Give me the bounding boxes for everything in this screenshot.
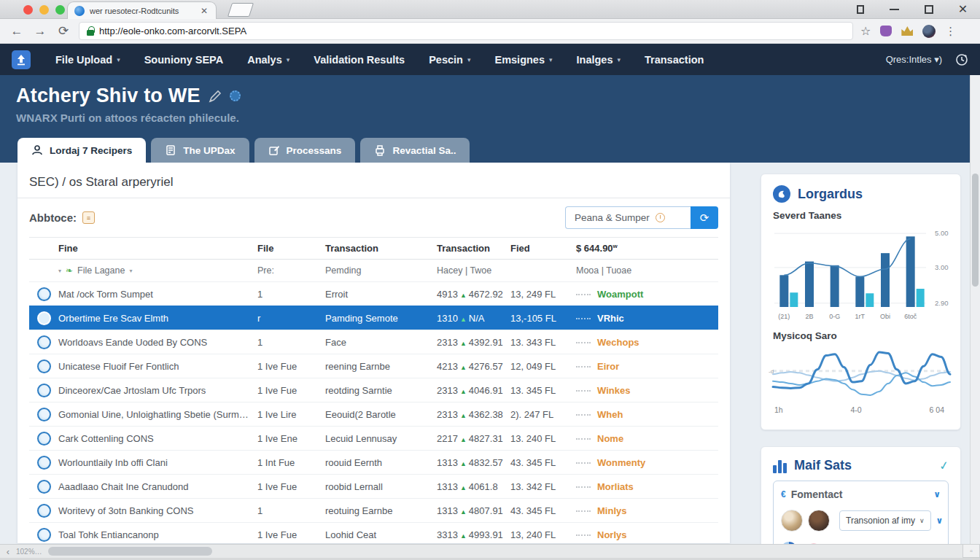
window-restore-button[interactable] [843, 0, 877, 19]
table-row[interactable]: Unicatese Fluoif Fer Fontlich1 Ive Fuere… [29, 354, 718, 378]
tab-label: Lordaj 7 Recipers [50, 145, 132, 156]
extension-icon[interactable] [880, 26, 892, 36]
up-arrow-icon: ▲ [458, 460, 469, 467]
tab-processans[interactable]: Processans [254, 138, 356, 163]
row-status-icon [29, 408, 58, 421]
browser-menu-icon[interactable]: ⋮ [945, 25, 956, 38]
vertical-scroll-thumb[interactable] [972, 174, 979, 287]
window-maximize-button[interactable] [911, 0, 946, 19]
up-arrow-icon: ▲ [458, 364, 469, 371]
page-tabs: Lordaj 7 RecipersThe UPDaxProcessansReva… [18, 138, 470, 163]
svg-text:0-G: 0-G [829, 313, 840, 320]
zoom-level-label: 102%… [16, 548, 48, 556]
cell-file: 1 Ive Fue [257, 361, 325, 372]
up-arrow-icon: ▲ [458, 412, 469, 419]
forward-button[interactable]: → [32, 24, 48, 39]
chevron-down-icon[interactable]: ∨ [933, 489, 941, 499]
fomentact-label: Fomentact [791, 489, 843, 500]
line-chart-xlabels: 1h 4-0 6 04 [761, 404, 960, 414]
note-doc-icon[interactable]: ≡ [82, 211, 95, 224]
dash-line [576, 342, 591, 343]
cell-name: Woritevy of 3otn Banking CONS [58, 505, 257, 516]
app-logo[interactable] [12, 50, 31, 69]
traffic-zoom-icon[interactable] [55, 5, 65, 15]
cell-name: Aaadlaao Chait Ine Cranudond [58, 481, 257, 492]
column-header: $ 644.90w [576, 243, 718, 254]
window-close-button[interactable]: ✕ [946, 0, 980, 19]
nav-item-validation-results[interactable]: Validation Results [314, 54, 405, 66]
nav-item-file-upload[interactable]: File Upload▾ [55, 54, 120, 66]
table-row[interactable]: Cark Cottenling CONS1 Ive EneLecuid Lenn… [29, 426, 718, 450]
profile-avatar[interactable] [922, 25, 936, 38]
lorgardus-panel: Lorgardus Severd Taanes 5.003.002.90(21)… [761, 174, 961, 430]
cell-file: 1 Ive Fue [257, 481, 325, 492]
column-header: Fine [58, 243, 257, 254]
nav-item-emsignes[interactable]: Emsignes▾ [494, 54, 552, 66]
filter-file[interactable]: Pre: [257, 265, 325, 276]
lorgardus-logo-icon [773, 185, 790, 203]
filter-trans[interactable]: Hacey | Twoe [437, 265, 510, 276]
chevron-down-icon[interactable]: ∨ [936, 516, 944, 526]
transonion-dropdown[interactable]: Transonion af imy ∨ [839, 510, 931, 531]
extension-crown-icon[interactable] [901, 26, 913, 36]
nav-item-inalges[interactable]: Inalges▾ [577, 54, 621, 66]
info-dot-icon[interactable] [230, 90, 241, 101]
back-button[interactable]: ← [9, 24, 25, 39]
table-row[interactable]: Worlountlaily Inb offi Clani1 Int Fueroo… [29, 450, 718, 474]
chevron-down-icon: ▾ [58, 268, 61, 274]
vertical-scrollbar[interactable] [970, 75, 980, 544]
table-row[interactable]: Dinceorex/Cae Jrtoslam Ufc Trpors1 Ive F… [29, 378, 718, 402]
row-status-icon [29, 504, 58, 518]
tab-the-updax[interactable]: The UPDax [151, 138, 249, 163]
table-row[interactable]: Orbertime Ere Scav ElmthrPamding Semote1… [29, 306, 718, 330]
svg-text:5.00: 5.00 [935, 229, 949, 237]
filter-amount[interactable]: Mooa | Tuoae [576, 265, 718, 276]
bookmark-star-icon[interactable]: ☆ [860, 24, 871, 38]
tab-lordaj-7-recipers[interactable]: Lordaj 7 Recipers [18, 138, 146, 163]
table-row[interactable]: Mat /ock Torm Sumpet1Erroit4913▲4672.921… [29, 281, 718, 306]
table-row[interactable]: Aaadlaao Chait Ine Cranudond1 Ive Fueroo… [29, 474, 718, 498]
search-button[interactable]: ⟳ [691, 206, 718, 229]
window-minimize-button[interactable] [877, 0, 911, 19]
horizontal-scrollbar[interactable]: ‹ 102%… [0, 544, 962, 558]
table-row[interactable]: Worldoavs Eande Uoded By CONS1Face2313▲4… [29, 330, 718, 354]
reload-button[interactable]: ⟳ [55, 23, 71, 39]
search-input[interactable]: Peana & Sumper [565, 206, 691, 229]
horizontal-scroll-thumb[interactable] [48, 547, 212, 556]
row-status-icon [29, 528, 58, 542]
tab-revactial-sa-[interactable]: Revactial Sa.. [360, 138, 470, 163]
cell-amount: 2313▲4046.91 [437, 385, 510, 396]
address-bar[interactable]: http://eole-onko.com-arcorvlt.SEPA [79, 22, 853, 40]
table-row[interactable]: Woritevy of 3otn Banking CONS1reotuing E… [29, 498, 718, 522]
traffic-close-icon[interactable] [23, 5, 33, 15]
filter-fine[interactable]: ▾❧File Lagane▾ [58, 265, 257, 276]
cell-status: roouid Eernth [325, 457, 437, 468]
filter-status[interactable]: Pemding [325, 265, 437, 276]
traffic-minimize-icon[interactable] [39, 5, 49, 15]
svg-text:3.00: 3.00 [935, 263, 949, 271]
cell-tag: Morliats [576, 481, 718, 492]
cell-name: Cark Cottenling CONS [58, 433, 257, 444]
nav-item-analys[interactable]: Analys▾ [247, 54, 289, 66]
nav-item-souniony-sepa[interactable]: Souniony SEPA [144, 54, 224, 66]
table-row[interactable]: Gomonial Uine, Unloighatling Sbetie (Sur… [29, 402, 718, 426]
row-status-icon [29, 335, 58, 349]
nav-right-label[interactable]: Qres:Intles ▾) [886, 54, 942, 65]
avatar[interactable] [808, 510, 830, 532]
edit-pencil-icon[interactable] [208, 89, 222, 104]
nav-item-pescin[interactable]: Pescin▾ [429, 54, 470, 66]
table-row[interactable]: Toal Tohk Entiancanonp1 Ive FueLoohid Ce… [29, 522, 718, 543]
tab-close-icon[interactable]: ✕ [199, 6, 209, 16]
nav-item-transaction[interactable]: Transaction [645, 54, 704, 66]
cell-tag: VRhic [576, 313, 718, 324]
dash-line [576, 294, 591, 295]
nav-item-label: Analys [247, 54, 282, 66]
browser-tab[interactable]: wer ruesotecr-Rodtcunits ✕ [67, 1, 217, 19]
scroll-left-icon[interactable]: ‹ [0, 546, 16, 557]
main-panel: SEC) / os Staral arperyriel Abbtoce: ≡ P… [18, 163, 730, 543]
history-clock-icon[interactable] [955, 53, 968, 66]
avatar[interactable] [781, 510, 803, 532]
new-tab-button[interactable] [228, 3, 254, 17]
circle-badge-icon [37, 480, 51, 494]
up-arrow-icon: ▲ [458, 316, 469, 323]
